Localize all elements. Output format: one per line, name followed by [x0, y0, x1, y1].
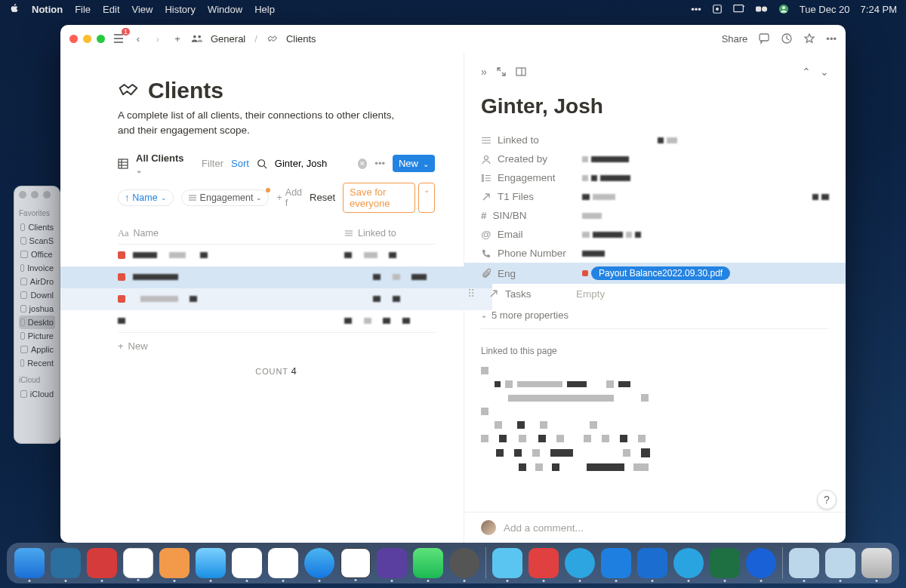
prev-record-icon[interactable]: ⌃ — [802, 66, 811, 78]
finder-item[interactable]: iCloud — [19, 387, 55, 401]
dock-app[interactable] — [268, 548, 298, 578]
filter-engagement-chip[interactable]: Engagement⌄ — [181, 189, 270, 206]
sort-name-chip[interactable]: Name⌄ — [118, 189, 174, 206]
prop-engagement[interactable]: Engagement — [481, 168, 829, 187]
breadcrumb-general[interactable]: General — [211, 33, 245, 45]
finder-item[interactable]: Deskto — [19, 316, 55, 329]
apple-icon[interactable] — [9, 3, 20, 16]
dock-settings[interactable] — [449, 548, 479, 578]
finder-item[interactable]: Downl — [19, 288, 55, 302]
finder-item[interactable]: Invoice — [19, 261, 55, 275]
view-more-icon[interactable]: ••• — [374, 158, 385, 169]
dock-app[interactable] — [87, 548, 117, 578]
page-description[interactable]: A complete list of all clients, their co… — [118, 108, 405, 139]
dock-app[interactable] — [159, 548, 190, 578]
status-ellipsis-icon[interactable]: ••• — [691, 4, 701, 15]
dock-mail[interactable] — [196, 548, 226, 578]
menubar-edit[interactable]: Edit — [103, 4, 119, 15]
menubar-history[interactable]: History — [165, 4, 195, 15]
reset-filters-button[interactable]: Reset — [310, 192, 335, 203]
dock-app[interactable] — [601, 548, 631, 578]
help-button[interactable]: ? — [817, 490, 837, 509]
file-pill[interactable]: Payout Balance2022.09.30.pdf — [591, 266, 730, 280]
prop-email[interactable]: @Email — [481, 225, 829, 244]
search-input[interactable] — [275, 158, 350, 169]
menubar-help[interactable]: Help — [254, 4, 275, 15]
status-display-icon[interactable] — [733, 4, 745, 14]
status-user-icon[interactable] — [778, 4, 789, 14]
column-name[interactable]: AaName — [118, 228, 344, 239]
prop-engagement-file[interactable]: Eng Payout Balance2022.09.30.pdf — [464, 263, 846, 284]
finder-item[interactable]: Recent — [19, 356, 55, 370]
dock[interactable] — [7, 543, 899, 583]
dock-app[interactable] — [746, 548, 776, 578]
search-icon[interactable] — [257, 159, 267, 169]
new-tab-icon[interactable]: + — [171, 32, 183, 45]
dock-app[interactable] — [492, 548, 522, 578]
view-name[interactable]: All Clients ⌄ — [136, 152, 186, 175]
page-title[interactable]: Clients — [148, 78, 223, 103]
dock-app[interactable] — [673, 548, 704, 578]
menubar-date[interactable]: Tue Dec 20 — [800, 4, 850, 15]
traffic-lights[interactable] — [69, 35, 105, 43]
new-row-button[interactable]: + New — [118, 332, 435, 359]
dock-safari[interactable] — [304, 548, 334, 578]
menubar-file[interactable]: File — [75, 4, 91, 15]
table-row[interactable] — [118, 245, 435, 266]
finder-item[interactable]: Picture — [19, 329, 55, 343]
dock-excel[interactable] — [710, 548, 740, 578]
dock-notion[interactable] — [341, 548, 371, 578]
linked-backlinks[interactable] — [481, 364, 829, 474]
dock-telegram[interactable] — [565, 548, 595, 578]
sort-button[interactable]: Sort — [231, 158, 249, 169]
table-row[interactable] — [60, 288, 492, 310]
filter-button[interactable]: Filter — [202, 158, 223, 169]
table-row-selected[interactable] — [60, 266, 492, 288]
close-icon[interactable] — [69, 35, 78, 43]
clear-search-icon[interactable]: ✕ — [358, 159, 367, 169]
comment-placeholder[interactable]: Add a comment... — [504, 522, 584, 534]
peek-mode-icon[interactable] — [516, 67, 526, 76]
prop-sin-bn[interactable]: #SIN/BN — [481, 206, 829, 225]
dock-outlook[interactable] — [637, 548, 667, 578]
finder-item[interactable]: ScanS — [19, 234, 55, 248]
menubar-window[interactable]: Window — [208, 4, 242, 15]
menubar-view[interactable]: View — [132, 4, 153, 15]
menubar-time[interactable]: 7:24 PM — [861, 4, 897, 15]
prop-phone[interactable]: Phone Number — [481, 244, 829, 263]
prop-tasks[interactable]: ⠿ Tasks Empty — [481, 284, 829, 303]
drag-handle-icon[interactable]: ⠿ — [467, 288, 475, 300]
column-linked-to[interactable]: Linked to — [344, 228, 435, 239]
dock-folder[interactable] — [825, 548, 855, 578]
minimize-icon[interactable] — [83, 35, 91, 43]
prop-created-by[interactable]: Created by — [481, 149, 829, 168]
sidebar-toggle-icon[interactable] — [112, 32, 125, 45]
detail-title[interactable]: Ginter, Josh — [481, 94, 829, 119]
comment-input-row[interactable]: Add a comment... — [464, 512, 846, 543]
favorite-icon[interactable] — [803, 32, 815, 45]
table-row[interactable] — [118, 310, 435, 332]
more-icon[interactable]: ••• — [826, 33, 837, 45]
save-for-everyone-button[interactable]: Save for everyone — [343, 183, 415, 213]
dock-obsidian[interactable] — [377, 548, 407, 578]
breadcrumb-clients[interactable]: Clients — [286, 33, 316, 45]
expand-icon[interactable] — [496, 66, 507, 77]
save-dropdown-button[interactable]: ⌄ — [418, 183, 435, 213]
zoom-icon[interactable] — [97, 35, 105, 43]
dock-app[interactable] — [123, 548, 153, 578]
dock-app[interactable] — [528, 548, 559, 578]
add-filter-button[interactable]: + Add f — [276, 187, 302, 208]
status-control-icon[interactable] — [756, 5, 768, 14]
finder-item[interactable]: Office — [19, 248, 55, 261]
comments-icon[interactable] — [758, 32, 770, 45]
new-button[interactable]: New — [393, 155, 435, 172]
finder-item[interactable]: Clients — [19, 220, 55, 234]
next-record-icon[interactable]: ⌄ — [820, 66, 829, 78]
dock-downloads[interactable] — [789, 548, 819, 578]
prop-t1-files[interactable]: T1 Files — [481, 187, 829, 206]
finder-item[interactable]: Applic — [19, 343, 55, 356]
open-as-page-icon[interactable]: » — [481, 66, 487, 78]
dock-slack[interactable] — [232, 548, 262, 578]
status-shortcut-icon[interactable] — [712, 4, 723, 14]
dock-trash[interactable] — [861, 548, 892, 578]
